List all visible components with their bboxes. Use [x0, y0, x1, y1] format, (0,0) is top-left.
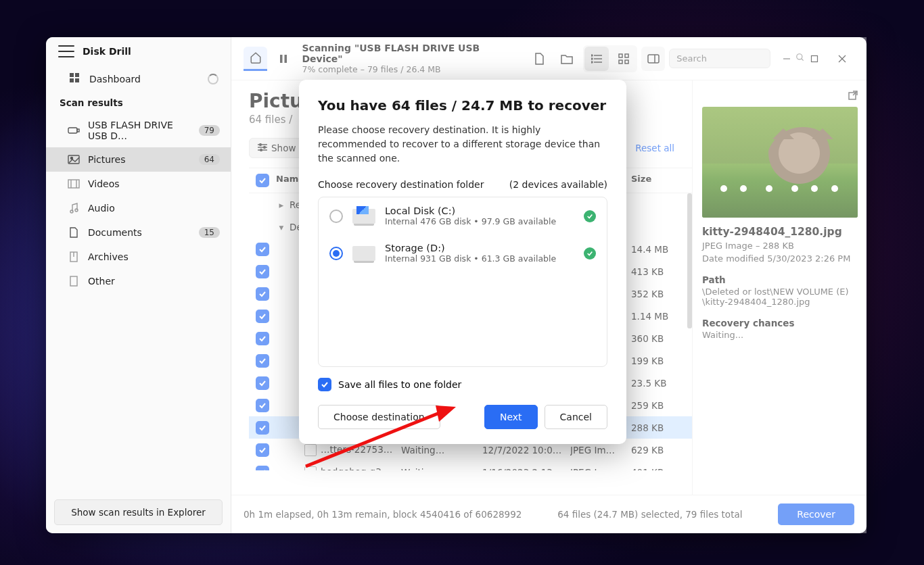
svg-rect-2	[70, 78, 74, 82]
sidebar-item-label: Archives	[88, 251, 129, 262]
sidebar-badge: 79	[199, 125, 220, 136]
dashboard-label: Dashboard	[89, 74, 141, 84]
archive-icon	[68, 251, 80, 263]
svg-rect-3	[75, 78, 79, 82]
sidebar-item-note[interactable]: Audio	[46, 196, 231, 220]
choose-folder-label: Choose recovery destination folder	[318, 179, 484, 190]
app-title: Disk Drill	[83, 46, 131, 57]
sidebar-badge: 64	[199, 154, 220, 165]
spinner-icon	[208, 74, 218, 84]
status-ok-icon	[584, 210, 596, 222]
svg-rect-8	[68, 180, 79, 188]
radio-icon	[329, 247, 343, 260]
svg-point-12	[75, 209, 78, 212]
svg-point-11	[70, 210, 73, 213]
image-icon	[68, 153, 80, 166]
note-icon	[68, 202, 80, 214]
sidebar: Disk Drill Dashboard Scan results USB FL…	[46, 37, 231, 533]
disk-icon	[352, 209, 375, 224]
film-icon	[68, 178, 80, 190]
sidebar-item-label: Documents	[88, 227, 142, 238]
device-option[interactable]: Storage (D:)Internal 931 GB disk • 61.3 …	[319, 235, 607, 272]
svg-rect-0	[70, 73, 74, 77]
modal-title: You have 64 files / 24.7 MB to recover	[318, 97, 607, 114]
sidebar-item-usb[interactable]: USB FLASH DRIVE USB D… 79	[46, 114, 231, 147]
sidebar-item-other[interactable]: Other	[46, 269, 231, 293]
sidebar-item-label: Other	[88, 276, 115, 287]
sidebar-item-image[interactable]: Pictures 64	[46, 147, 231, 172]
checkbox-icon	[318, 378, 331, 391]
device-option[interactable]: Local Disk (C:)Internal 476 GB disk • 97…	[319, 197, 607, 235]
scan-results-label: Scan results	[46, 92, 231, 114]
sidebar-header: Disk Drill	[46, 37, 231, 66]
sidebar-item-archive[interactable]: Archives	[46, 245, 231, 269]
svg-point-7	[71, 157, 73, 159]
sidebar-item-label: USB FLASH DRIVE USB D…	[88, 120, 191, 141]
choose-destination-button[interactable]: Choose destination	[318, 405, 440, 429]
sidebar-item-label: Videos	[88, 178, 120, 189]
disk-icon	[352, 246, 375, 261]
devices-available-label: (2 devices available)	[509, 179, 607, 190]
modal-description: Please choose recovery destination. It i…	[318, 123, 607, 166]
svg-rect-4	[68, 128, 77, 133]
sidebar-dashboard[interactable]: Dashboard	[46, 66, 231, 92]
radio-icon	[329, 210, 343, 223]
sidebar-item-label: Audio	[88, 203, 115, 214]
menu-icon[interactable]	[58, 45, 74, 57]
device-list: Local Disk (C:)Internal 476 GB disk • 97…	[318, 197, 607, 367]
cancel-button[interactable]: Cancel	[545, 405, 607, 429]
svg-rect-5	[77, 129, 79, 132]
sidebar-item-label: Pictures	[88, 154, 125, 165]
recovery-destination-modal: You have 64 files / 24.7 MB to recover P…	[299, 80, 626, 444]
sidebar-item-film[interactable]: Videos	[46, 172, 231, 196]
svg-rect-15	[70, 276, 77, 286]
usb-icon	[68, 124, 80, 137]
show-in-explorer-button[interactable]: Show scan results in Explorer	[54, 499, 223, 525]
sidebar-badge: 15	[199, 227, 220, 238]
save-all-checkbox[interactable]: Save all files to one folder	[318, 378, 607, 391]
next-button[interactable]: Next	[484, 405, 538, 429]
doc-icon	[68, 226, 80, 239]
svg-rect-1	[75, 73, 79, 77]
sidebar-item-doc[interactable]: Documents 15	[46, 220, 231, 245]
status-ok-icon	[584, 247, 596, 260]
dashboard-icon	[69, 72, 80, 85]
other-icon	[68, 275, 80, 287]
